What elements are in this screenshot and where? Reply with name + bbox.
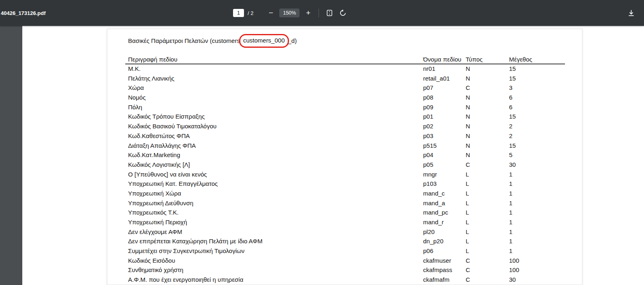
cell-description: Υποχρεωτική Διεύθυνση [128, 198, 193, 208]
cell-description: Ο [Υπεύθυνος] να είναι κενός [128, 170, 207, 179]
download-icon [627, 9, 635, 17]
cell-type: N [466, 74, 470, 83]
cell-field-name: p03 [423, 131, 433, 141]
cell-type: N [466, 112, 470, 121]
cell-description: Δεν ελέγχουμε ΑΦΜ [128, 227, 182, 237]
cell-size: 1 [509, 170, 512, 179]
cell-size: 1 [509, 189, 512, 198]
toolbar-center-controls: 1 / 2 − 150% + [233, 0, 348, 26]
cell-size: 1 [509, 198, 512, 208]
cell-field-name: mngr [423, 170, 437, 179]
cell-field-name: mand_a [423, 198, 445, 208]
table-row: Κωδικός Βασικού Τιμοκαταλόγου p02 N 2 [107, 121, 582, 131]
table-row: Πελάτης Λιανικής retail_a01 N 15 [107, 74, 582, 83]
table-row: Πόλη p09 N 6 [107, 102, 582, 112]
table-row: Δεν επιτρέπεται Καταχώρηση Πελάτη με ίδι… [107, 236, 582, 246]
rotate-button[interactable] [338, 8, 348, 18]
table-row: Συμμετέχει στην Συγκεντρωτική Τιμολογίων… [107, 246, 582, 256]
title-text-before: Βασικές Παράμετροι Πελατών (customers [128, 36, 240, 46]
cell-type: N [466, 121, 470, 131]
cell-type: L [466, 227, 469, 237]
cell-size: 2 [509, 121, 512, 131]
cell-description: Πελάτης Λιανικής [128, 74, 174, 83]
cell-size: 100 [509, 256, 519, 266]
rotate-ccw-icon [339, 9, 347, 17]
cell-size: 6 [509, 93, 512, 102]
cell-description: Συμμετέχει στην Συγκεντρωτική Τιμολογίων [128, 246, 244, 256]
table-row: Υποχρεωτική Διεύθυνση mand_a L 1 [107, 198, 582, 208]
zoom-level-select[interactable]: 150% [279, 9, 300, 17]
table-row: Συνθηματικό χρήστη ckafmpass C 100 [107, 265, 582, 275]
cell-field-name: mand_pc [423, 208, 448, 217]
cell-description: Κωδ.Καθεστώτος ΦΠΑ [128, 131, 190, 141]
cell-field-name: ckafmuser [423, 256, 451, 266]
cell-size: 15 [509, 141, 516, 151]
table-row: Κωδικός Τρόπου Είσπραξης p01 N 15 [107, 112, 582, 121]
fit-page-icon [326, 9, 333, 17]
cell-description: Κωδικός Εισόδου [128, 256, 175, 266]
table-row: Μ.Κ. nr01 N 15 [107, 64, 582, 74]
column-header-size: Μέγεθος [509, 56, 532, 63]
cell-field-name: p08 [423, 93, 433, 102]
cell-type: C [466, 160, 470, 170]
table-row: Κωδ.Κατ.Marketing p04 N 5 [107, 150, 582, 160]
cell-field-name: ckafmafm [423, 275, 449, 285]
cell-size: 30 [509, 160, 516, 170]
cell-size: 1 [509, 227, 512, 237]
table-row: Υποχρεωτική Κατ. Επαγγέλματος p103 L 1 [107, 179, 582, 189]
pdf-toolbar: 40426_173126.pdf 1 / 2 − 150% + [0, 0, 644, 26]
cell-field-name: nr01 [423, 64, 435, 74]
cell-type: L [466, 179, 469, 189]
document-filename: 40426_173126.pdf [1, 0, 46, 26]
cell-size: 5 [509, 150, 512, 160]
cell-field-name: dn_p20 [423, 236, 443, 246]
zoom-out-button[interactable]: − [266, 8, 276, 18]
cell-field-name: pl20 [423, 227, 434, 237]
cell-type: N [466, 64, 470, 74]
red-circle-annotation: customers_000 [239, 34, 289, 48]
cell-description: Κωδ.Κατ.Marketing [128, 150, 180, 160]
cell-description: Υποχρεωτικός Τ.Κ. [128, 208, 179, 217]
cell-type: C [466, 83, 470, 93]
table-row: Διάταξη Απαλλάγης ΦΠΑ p515 N 15 [107, 141, 582, 151]
cell-size: 15 [509, 74, 516, 83]
pdf-page: Βασικές Παράμετροι Πελατών (customerscus… [107, 29, 582, 285]
cell-type: L [466, 246, 469, 256]
table-row: Υποχρεωτικός Τ.Κ. mand_pc L 1 [107, 208, 582, 217]
cell-description: Διάταξη Απαλλάγης ΦΠΑ [128, 141, 196, 151]
cell-size: 2 [509, 131, 512, 141]
cell-description: Υποχρεωτική Χώρα [128, 189, 181, 198]
cell-description: Κωδικός Βασικού Τιμοκαταλόγου [128, 121, 216, 131]
cell-type: C [466, 265, 470, 275]
cell-description: Συνθηματικό χρήστη [128, 265, 183, 275]
cell-description: Δεν επιτρέπεται Καταχώρηση Πελάτη με ίδι… [128, 236, 263, 246]
sidebar-edge [0, 26, 22, 285]
download-button[interactable] [626, 8, 636, 18]
cell-description: Α.Φ.Μ. που έχει ενεργοποιηθεί η υπηρεσία [128, 275, 243, 285]
cell-field-name: retail_a01 [423, 74, 450, 83]
cell-description: Μ.Κ. [128, 64, 141, 74]
cell-type: N [466, 150, 470, 160]
column-header-field-name: Όνομα πεδίου [423, 56, 461, 63]
toolbar-divider [319, 9, 319, 17]
table-row: Ο [Υπεύθυνος] να είναι κενός mngr L 1 [107, 170, 582, 179]
cell-size: 1 [509, 246, 512, 256]
title-text-after: _d) [288, 36, 297, 46]
cell-type: L [466, 236, 469, 246]
zoom-in-button[interactable]: + [303, 8, 313, 18]
cell-type: C [466, 256, 470, 266]
document-title: Βασικές Παράμετροι Πελατών (customerscus… [128, 34, 297, 48]
cell-field-name: mand_c [423, 189, 445, 198]
column-header-description: Περιγραφή πεδίου [128, 56, 178, 63]
cell-size: 15 [509, 64, 516, 74]
cell-size: 6 [509, 102, 512, 112]
cell-type: N [466, 102, 470, 112]
cell-size: 15 [509, 112, 516, 121]
table-row: Δεν ελέγχουμε ΑΦΜ pl20 L 1 [107, 227, 582, 237]
cell-size: 3 [509, 83, 512, 93]
page-number-input[interactable]: 1 [233, 9, 244, 17]
cell-size: 1 [509, 217, 512, 227]
fit-page-button[interactable] [325, 8, 334, 18]
cell-description: Κωδικός Τρόπου Είσπραξης [128, 112, 205, 121]
cell-type: L [466, 189, 469, 198]
